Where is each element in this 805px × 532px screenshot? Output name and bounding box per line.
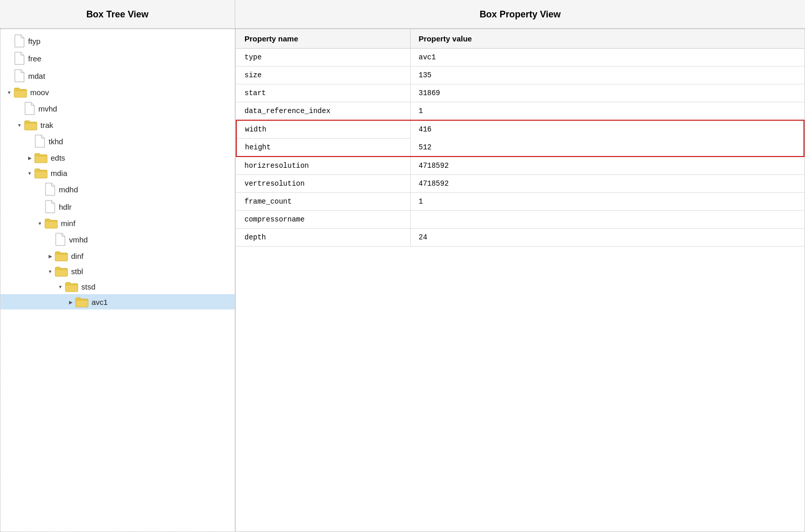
property-panel: Property name Property value typeavc1siz… xyxy=(235,29,805,532)
tree-item-label: ftyp xyxy=(28,37,40,46)
property-name: height xyxy=(236,139,410,157)
folder-icon xyxy=(44,217,58,229)
tree-item[interactable]: vmhd xyxy=(1,231,235,248)
tree-item[interactable]: mdat xyxy=(1,67,235,84)
app-container: Box Tree View Box Property View ftyp fre… xyxy=(0,0,805,532)
tree-toggle-icon[interactable] xyxy=(25,155,34,161)
tree-item-label: minf xyxy=(61,219,75,228)
tree-toggle-icon[interactable] xyxy=(5,90,14,95)
property-value: 135 xyxy=(410,66,804,84)
doc-icon xyxy=(55,233,66,246)
property-name: data_reference_index xyxy=(236,102,410,121)
property-value: 24 xyxy=(410,229,804,247)
tree-item[interactable]: hdlr xyxy=(1,198,235,215)
tree-item[interactable]: dinf xyxy=(1,248,235,263)
tree-toggle-icon[interactable] xyxy=(56,284,65,290)
tree-toggle-icon[interactable] xyxy=(25,170,34,176)
property-name: type xyxy=(236,49,410,66)
tree-item-label: hdlr xyxy=(59,203,72,211)
folder-icon xyxy=(34,167,48,179)
property-name: vertresolution xyxy=(236,175,410,193)
property-name: frame_count xyxy=(236,193,410,211)
property-row: height512 xyxy=(236,139,804,157)
tree-item-label: mdhd xyxy=(59,185,78,194)
tree-item-label: edts xyxy=(51,153,65,162)
property-value: 4718592 xyxy=(410,157,804,175)
folder-icon xyxy=(14,86,27,98)
tree-item-label: stbl xyxy=(71,267,83,276)
tree-toggle-icon[interactable] xyxy=(46,269,55,274)
property-value: 416 xyxy=(410,120,804,139)
property-name: horizresolution xyxy=(236,157,410,175)
main-row: ftyp free mdat moov mvhd trak tkhd edts … xyxy=(0,29,805,532)
tree-item-label: mdia xyxy=(51,169,68,178)
doc-icon xyxy=(44,183,56,196)
property-row: compressorname xyxy=(236,211,804,229)
doc-icon xyxy=(14,69,25,82)
tree-item-label: stsd xyxy=(81,282,96,291)
doc-icon xyxy=(24,102,35,115)
property-row: data_reference_index1 xyxy=(236,102,804,121)
property-row: depth24 xyxy=(236,229,804,247)
tree-panel: ftyp free mdat moov mvhd trak tkhd edts … xyxy=(0,29,235,532)
folder-icon xyxy=(24,119,37,130)
tree-toggle-icon[interactable] xyxy=(46,253,55,259)
tree-item[interactable]: free xyxy=(1,50,235,67)
property-row: frame_count1 xyxy=(236,193,804,211)
property-row: start31869 xyxy=(236,84,804,102)
tree-item-label: vmhd xyxy=(69,235,88,244)
property-row: typeavc1 xyxy=(236,49,804,66)
tree-item[interactable]: trak xyxy=(1,117,235,132)
property-name: start xyxy=(236,84,410,102)
property-value: 31869 xyxy=(410,84,804,102)
tree-item-label: avc1 xyxy=(92,298,108,306)
tree-item[interactable]: ftyp xyxy=(1,32,235,50)
tree-item[interactable]: minf xyxy=(1,215,235,231)
property-value: 4718592 xyxy=(410,175,804,193)
col-header-property: Property name xyxy=(236,29,410,49)
property-name: depth xyxy=(236,229,410,247)
right-panel-title: Box Property View xyxy=(235,0,805,28)
property-name: size xyxy=(236,66,410,84)
tree-item[interactable]: stbl xyxy=(1,263,235,279)
folder-icon xyxy=(65,281,78,292)
left-panel-title: Box Tree View xyxy=(0,0,235,28)
folder-icon xyxy=(55,265,68,277)
property-value: 1 xyxy=(410,193,804,211)
tree-toggle-icon[interactable] xyxy=(15,122,24,128)
folder-icon xyxy=(34,152,48,163)
tree-item-label: tkhd xyxy=(49,137,63,146)
tree-toggle-icon[interactable] xyxy=(66,299,75,305)
property-value: 512 xyxy=(410,139,804,157)
tree-item[interactable]: tkhd xyxy=(1,132,235,150)
tree-item-label: dinf xyxy=(71,252,83,260)
property-value: avc1 xyxy=(410,49,804,66)
tree-item[interactable]: mdhd xyxy=(1,181,235,198)
doc-icon xyxy=(44,200,56,213)
tree-item[interactable]: moov xyxy=(1,84,235,100)
property-row: size135 xyxy=(236,66,804,84)
tree-item[interactable]: edts xyxy=(1,150,235,165)
col-header-value: Property value xyxy=(410,29,804,49)
property-row: vertresolution4718592 xyxy=(236,175,804,193)
doc-icon xyxy=(14,52,25,65)
doc-icon xyxy=(34,135,46,148)
property-value: 1 xyxy=(410,102,804,121)
property-table: Property name Property value typeavc1siz… xyxy=(236,29,804,247)
property-name: width xyxy=(236,120,410,139)
property-row: horizresolution4718592 xyxy=(236,157,804,175)
tree-item[interactable]: avc1 xyxy=(1,294,235,309)
tree-item-label: moov xyxy=(30,88,49,97)
tree-item-label: free xyxy=(28,54,41,63)
tree-item[interactable]: stsd xyxy=(1,279,235,294)
property-name: compressorname xyxy=(236,211,410,229)
tree-item-label: mvhd xyxy=(38,104,57,113)
tree-item[interactable]: mdia xyxy=(1,165,235,181)
tree-item[interactable]: mvhd xyxy=(1,100,235,117)
tree-item-label: trak xyxy=(40,121,53,129)
tree-toggle-icon[interactable] xyxy=(35,220,44,226)
folder-icon xyxy=(55,250,68,261)
doc-icon xyxy=(14,34,25,48)
property-value xyxy=(410,211,804,229)
tree-item-label: mdat xyxy=(28,72,45,80)
